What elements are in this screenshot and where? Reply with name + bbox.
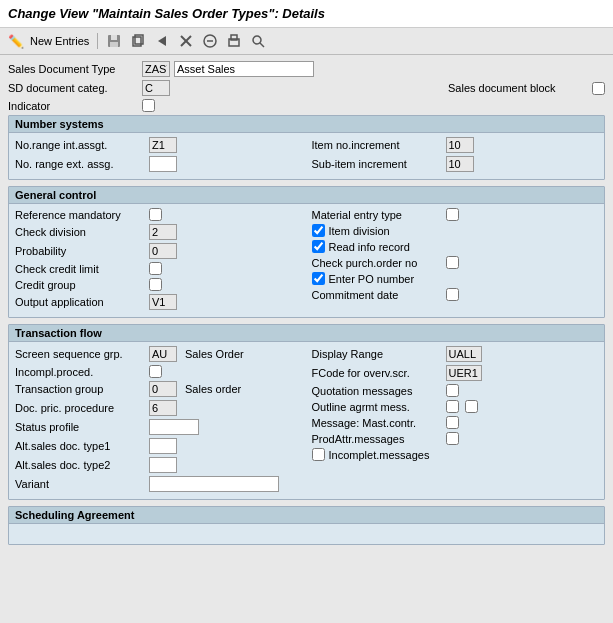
doc-pric-procedure-value[interactable]	[149, 400, 177, 416]
read-info-record-label: Read info record	[329, 241, 410, 253]
commitment-date-label: Commitment date	[312, 289, 442, 301]
item-division-label: Item division	[329, 225, 390, 237]
scheduling-agreement-section: Scheduling Agreement	[8, 506, 605, 545]
sales-doc-block-checkbox[interactable]	[592, 82, 605, 95]
find-icon-btn[interactable]	[248, 32, 268, 50]
fcode-overv-row: FCode for overv.scr.	[312, 365, 599, 381]
status-profile-row: Status profile	[15, 419, 302, 435]
sales-doc-type-code[interactable]	[142, 61, 170, 77]
no-range-int-value[interactable]	[149, 137, 177, 153]
fcode-overv-value[interactable]	[446, 365, 482, 381]
copy-icon-btn[interactable]	[128, 32, 148, 50]
find-icon	[250, 33, 266, 49]
ref-mandatory-checkbox[interactable]	[149, 208, 162, 221]
svg-line-13	[260, 43, 264, 47]
transaction-group-value[interactable]	[149, 381, 177, 397]
alt-sales-doc-type2-value[interactable]	[149, 457, 177, 473]
sub-item-increment-row: Sub-item increment	[312, 156, 599, 172]
variant-label: Variant	[15, 478, 145, 490]
enter-po-number-row: Enter PO number	[312, 272, 599, 285]
copy-icon	[130, 33, 146, 49]
cancel-icon-btn[interactable]	[200, 32, 220, 50]
sales-doc-type-label: Sales Document Type	[8, 63, 138, 75]
prod-attr-messages-checkbox[interactable]	[446, 432, 459, 445]
item-no-increment-value[interactable]	[446, 137, 474, 153]
variant-value[interactable]	[149, 476, 279, 492]
new-entries-button[interactable]: New Entries	[28, 34, 91, 48]
sd-doc-categ-value[interactable]	[142, 80, 170, 96]
commitment-date-checkbox[interactable]	[446, 288, 459, 301]
credit-group-row: Credit group	[15, 278, 302, 291]
transaction-group-row: Transaction group Sales order	[15, 381, 302, 397]
quotation-messages-label: Quotation messages	[312, 385, 442, 397]
transaction-flow-cols: Screen sequence grp. Sales Order Incompl…	[15, 346, 598, 495]
outline-agrmt-mess-checkbox1[interactable]	[446, 400, 459, 413]
no-range-ext-row: No. range ext. assg.	[15, 156, 302, 172]
content: Sales Document Type SD document categ. S…	[0, 55, 613, 557]
display-range-label: Display Range	[312, 348, 442, 360]
incompl-proced-label: Incompl.proced.	[15, 366, 145, 378]
print-icon	[226, 33, 242, 49]
check-division-row: Check division	[15, 224, 302, 240]
outline-agrmt-mess-row: Outline agrmt mess.	[312, 400, 599, 413]
display-range-value[interactable]	[446, 346, 482, 362]
quotation-messages-row: Quotation messages	[312, 384, 599, 397]
probability-label: Probability	[15, 245, 145, 257]
quotation-messages-checkbox[interactable]	[446, 384, 459, 397]
alt-sales-doc-type1-row: Alt.sales doc. type1	[15, 438, 302, 454]
output-application-row: Output application	[15, 294, 302, 310]
credit-group-checkbox[interactable]	[149, 278, 162, 291]
transaction-group-label: Transaction group	[15, 383, 145, 395]
incomplet-messages-checkbox[interactable]	[312, 448, 325, 461]
sd-doc-categ-row: SD document categ. Sales document block	[8, 80, 605, 96]
number-systems-left: No.range int.assgt. No. range ext. assg.	[15, 137, 302, 175]
svg-point-12	[253, 36, 261, 44]
indicator-label: Indicator	[8, 100, 138, 112]
edit-icon: ✏️	[8, 34, 24, 49]
read-info-record-checkbox[interactable]	[312, 240, 325, 253]
incompl-proced-checkbox[interactable]	[149, 365, 162, 378]
header-section: Sales Document Type SD document categ. S…	[8, 61, 605, 112]
svg-marker-5	[158, 36, 166, 46]
item-division-checkbox[interactable]	[312, 224, 325, 237]
indicator-checkbox[interactable]	[142, 99, 155, 112]
fcode-overv-label: FCode for overv.scr.	[312, 367, 442, 379]
doc-pric-procedure-row: Doc. pric. procedure	[15, 400, 302, 416]
material-entry-type-checkbox[interactable]	[446, 208, 459, 221]
general-control-header: General control	[9, 187, 604, 204]
general-control-section: General control Reference mandatory Chec…	[8, 186, 605, 318]
no-range-int-row: No.range int.assgt.	[15, 137, 302, 153]
number-systems-header: Number systems	[9, 116, 604, 133]
alt-sales-doc-type2-row: Alt.sales doc. type2	[15, 457, 302, 473]
screen-seq-grp-value[interactable]	[149, 346, 177, 362]
print-icon-btn[interactable]	[224, 32, 244, 50]
check-credit-limit-checkbox[interactable]	[149, 262, 162, 275]
sales-doc-type-name[interactable]	[174, 61, 314, 77]
alt-sales-doc-type1-label: Alt.sales doc. type1	[15, 440, 145, 452]
exit-icon	[178, 33, 194, 49]
status-profile-value[interactable]	[149, 419, 199, 435]
check-division-value[interactable]	[149, 224, 177, 240]
back-icon-btn[interactable]	[152, 32, 172, 50]
save-icon	[106, 33, 122, 49]
incomplet-messages-label: Incomplet.messages	[329, 449, 430, 461]
number-systems-right: Item no.increment Sub-item increment	[312, 137, 599, 175]
sub-item-increment-value[interactable]	[446, 156, 474, 172]
enter-po-number-label: Enter PO number	[329, 273, 415, 285]
enter-po-number-checkbox[interactable]	[312, 272, 325, 285]
prod-attr-messages-label: ProdAttr.messages	[312, 433, 442, 445]
material-entry-type-row: Material entry type	[312, 208, 599, 221]
outline-agrmt-mess-checkbox2[interactable]	[465, 400, 478, 413]
message-mast-contr-checkbox[interactable]	[446, 416, 459, 429]
alt-sales-doc-type1-value[interactable]	[149, 438, 177, 454]
save-icon-btn[interactable]	[104, 32, 124, 50]
exit-icon-btn[interactable]	[176, 32, 196, 50]
transaction-flow-header: Transaction flow	[9, 325, 604, 342]
no-range-ext-value[interactable]	[149, 156, 177, 172]
scheduling-agreement-header: Scheduling Agreement	[9, 507, 604, 524]
check-purch-order-checkbox[interactable]	[446, 256, 459, 269]
output-application-value[interactable]	[149, 294, 177, 310]
general-control-cols: Reference mandatory Check division Proba…	[15, 208, 598, 313]
probability-value[interactable]	[149, 243, 177, 259]
message-mast-contr-row: Message: Mast.contr.	[312, 416, 599, 429]
